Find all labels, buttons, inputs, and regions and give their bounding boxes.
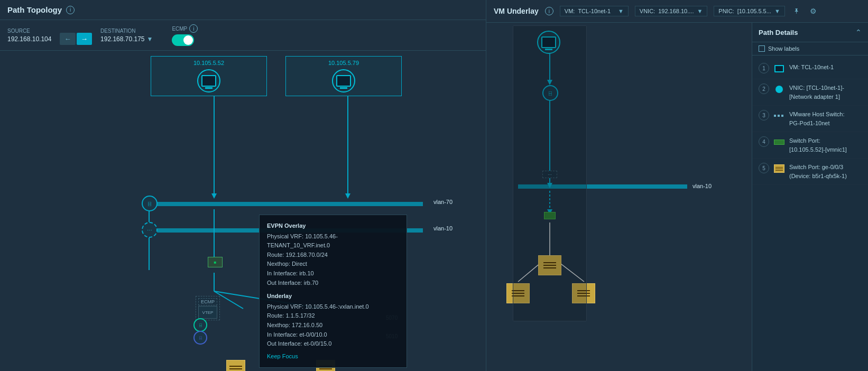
vm-dropdown-caret: ▼ <box>618 8 624 14</box>
path-details-header: Path Details ⌃ <box>752 23 868 42</box>
destination-row: 192.168.70.175 ▼ <box>100 35 153 43</box>
ecmp-info-icon[interactable]: i <box>189 24 198 33</box>
vnic-dropdown[interactable]: VNIC: 192.168.10.... ▼ <box>635 6 708 16</box>
path-details-title: Path Details <box>759 29 798 36</box>
pnic-dropdown[interactable]: PNIC: [10.105.5.5... ▼ <box>714 6 784 16</box>
left-panel-header: Path Topology i <box>0 0 486 20</box>
path-item-2-text: VNIC: [TCL-10net-1]-[Network adapter 1] <box>789 84 844 101</box>
pin-button[interactable]: 🖈 <box>791 5 802 17</box>
ecmp-toggle[interactable] <box>172 34 194 46</box>
underlay-canvas: ⌸ ⋯ vlan-10 <box>486 23 752 371</box>
path-item-5: 5 Switch Port: ge-0/0/3(Device: b5r1-qfx… <box>752 159 868 185</box>
vtep-box-1: VTEP | RR <box>226 360 247 371</box>
destination-dropdown-arrow[interactable]: ▼ <box>147 35 153 43</box>
destination-value: 192.168.70.175 <box>100 35 144 43</box>
path-item-3-text: VMware Host Switch:PG-Pod1-10net <box>789 110 845 127</box>
circle-dot-icon-2 <box>775 86 783 93</box>
tooltip-nexthop-2: Nexthop: 172.16.0.50 <box>267 321 399 330</box>
host-box-2: 10.105.5.79 <box>285 56 402 96</box>
show-labels-checkbox[interactable] <box>759 45 765 52</box>
vm-dropdown[interactable]: VM: TCL-10net-1 ▼ <box>560 6 629 16</box>
tooltip-out-iface-2: Out Interface: et-0/0/15.0 <box>267 339 399 349</box>
monitor-icon-1 <box>774 65 784 72</box>
arrow-left-button[interactable]: ← <box>60 33 75 45</box>
collapse-button[interactable]: ⌃ <box>855 28 862 36</box>
right-panel-info-icon[interactable]: i <box>545 7 553 15</box>
right-panel: VM Underlay i VM: TCL-10net-1 ▼ VNIC: 19… <box>486 0 868 371</box>
router-blue-1: ⌸ <box>193 331 207 345</box>
vlan-70-label: vlan-70 <box>433 199 453 205</box>
path-item-4-text: Switch Port:[10.105.5.52]-[vmnic1] <box>789 136 847 154</box>
tooltip-nexthop-1: Nexthop: Direct <box>267 259 399 269</box>
dash-line-icon-3 <box>774 115 784 117</box>
switch-line-5 <box>319 368 332 369</box>
path-item-4: 4 Switch Port:[10.105.5.52]-[vmnic1] <box>752 132 868 159</box>
path-item-2-icon <box>773 84 785 95</box>
pnic-dropdown-caret: ▼ <box>774 8 780 14</box>
vm-dropdown-label: VM: <box>565 8 575 14</box>
green-rect-icon-4 <box>774 140 784 145</box>
router-circle-2: ⋯ <box>142 222 158 238</box>
tooltip-tenant: TENANT_10_VRF.inet.0 <box>267 241 399 251</box>
host-2-circle <box>332 69 355 92</box>
path-item-1-num: 1 <box>759 63 769 73</box>
path-items-list: 1 VM: TCL-10net-1 2 VNIC: [TCL-10net-1]-… <box>752 55 868 371</box>
pnic-dropdown-label: PNIC: <box>718 8 734 14</box>
vnic-dropdown-label: VNIC: <box>640 8 655 14</box>
tooltip-section2-title: Underlay <box>267 292 399 301</box>
path-details: Path Details ⌃ Show labels 1 VM: TCL-10n… <box>752 23 868 371</box>
switch-icon-5 <box>774 164 784 173</box>
svg-marker-3 <box>345 193 350 199</box>
tooltip-keep-focus[interactable]: Keep Focus <box>267 352 399 361</box>
switch-line-2 <box>229 368 242 369</box>
tooltip-in-iface-2: In Interface: et-0/0/10.0 <box>267 330 399 340</box>
pnic-dropdown-value: [10.105.5.5... <box>737 8 771 14</box>
path-item-3: 3 VMware Host Switch:PG-Pod1-10net <box>752 106 868 132</box>
path-item-4-icon <box>773 136 785 148</box>
vm-dropdown-value: TCL-10net-1 <box>578 8 611 14</box>
vlan-10-label-left: vlan-10 <box>433 225 453 231</box>
path-item-2: 2 VNIC: [TCL-10net-1]-[Network adapter 1… <box>752 79 868 106</box>
path-item-5-text: Switch Port: ge-0/0/3(Device: b5r1-qfx5k… <box>789 163 847 180</box>
host-box-1: 10.105.5.52 <box>151 56 267 96</box>
path-item-1-icon <box>773 63 785 75</box>
toggle-knob <box>183 35 193 45</box>
vtep-label-ecmp: VTEP <box>202 310 214 315</box>
tooltip-route-2: Route: 1.1.5.17/32 <box>267 311 399 321</box>
tooltip-phys-vrf-2: Physical VRF: 10.105.5.46-:vxlan.inet.0 <box>267 302 399 312</box>
switch-port-icon: ■ <box>208 257 223 267</box>
switch-line-1 <box>229 366 242 367</box>
left-panel-info-icon[interactable]: i <box>66 6 75 14</box>
arrow-right-button[interactable]: → <box>77 33 92 45</box>
router-icon-vlan70: ⌸ <box>142 196 158 211</box>
router-mid-1: ⌸ <box>193 318 207 332</box>
path-item-5-num: 5 <box>759 163 769 173</box>
source-value: 192.168.10.104 <box>7 35 51 43</box>
tooltip-route-1: Route: 192.168.70.0/24 <box>267 251 399 260</box>
right-header: VM Underlay i VM: TCL-10net-1 ▼ VNIC: 19… <box>486 0 868 23</box>
show-labels-row: Show labels <box>752 42 868 55</box>
vnic-dropdown-caret: ▼ <box>697 8 703 14</box>
router-icon-vlan10: ⋯ <box>142 222 158 238</box>
settings-button[interactable]: ⚙ <box>808 5 818 17</box>
vtep-switch-1 <box>226 360 245 371</box>
ecmp-label: ECMP <box>172 26 187 32</box>
right-panel-title: VM Underlay <box>494 7 539 15</box>
svg-marker-1 <box>211 193 217 199</box>
tooltip-out-iface-1: Out Interface: irb.70 <box>267 279 399 288</box>
vtep-switch-lines-1 <box>229 366 242 371</box>
router-mid-2: ⌸ <box>193 331 207 345</box>
path-item-3-num: 3 <box>759 110 769 120</box>
right-body: ⌸ ⋯ vlan-10 <box>486 23 868 371</box>
path-item-1: 1 VM: TCL-10net-1 <box>752 59 868 79</box>
host-2-label: 10.105.5.79 <box>291 60 396 66</box>
host-1-monitor-icon <box>201 75 216 87</box>
path-item-4-num: 4 <box>759 136 769 147</box>
host-2-monitor-icon <box>336 75 351 87</box>
host-node-1: 10.105.5.52 <box>151 56 267 96</box>
ecmp-box: ECMP VTEP <box>196 296 220 320</box>
destination-group: Destination 192.168.70.175 ▼ <box>100 28 153 43</box>
switch-port-node: ■ <box>208 257 223 267</box>
ecmp-group: ECMP i <box>172 24 198 46</box>
ecmp-label-node: ECMP <box>198 298 217 305</box>
